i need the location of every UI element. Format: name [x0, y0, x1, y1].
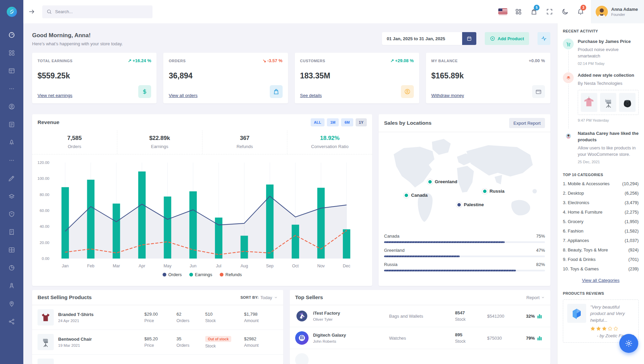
- product-name: Bentwood Chair: [58, 337, 144, 342]
- activity-item[interactable]: Added new style collection By Nesta Tech…: [563, 72, 639, 122]
- map-marker-palestine[interactable]: Palestine: [457, 202, 484, 207]
- language-button[interactable]: [495, 0, 510, 23]
- category-row[interactable]: 8. Beauty, Toys & More(924): [563, 247, 639, 252]
- category-row[interactable]: 6. Fashion(1,582): [563, 228, 639, 234]
- cart-badge: 5: [534, 5, 540, 10]
- sidebar-item-rocket[interactable]: [0, 134, 23, 151]
- shopping-bag-icon: [270, 85, 283, 98]
- table-row[interactable]: iTest Factory Oliver Tyler Bags and Wall…: [290, 305, 550, 327]
- activity-item[interactable]: Natasha Carey have liked the products Al…: [563, 130, 639, 164]
- notifications-button[interactable]: 3: [573, 0, 588, 23]
- sidebar-item-account[interactable]: [0, 98, 23, 116]
- table-row[interactable]: Branded T-Shirts 24 Apr 2021 $29.00Price…: [32, 305, 283, 330]
- see-details-link[interactable]: See details: [300, 93, 322, 98]
- calendar-button[interactable]: [462, 32, 476, 45]
- sidebar-toggle-button[interactable]: [23, 0, 40, 23]
- category-row[interactable]: 4. Home & Furniture(2,275): [563, 210, 639, 215]
- range-all-button[interactable]: ALL: [311, 118, 325, 126]
- date-range-input[interactable]: [382, 32, 462, 45]
- cart-icon: [563, 39, 574, 49]
- card-orders: ORDERS ↘-3.57 % 36,894 View all orders: [163, 53, 288, 103]
- thumb-chair[interactable]: [600, 93, 617, 112]
- sidebar-item-shield[interactable]: [0, 205, 23, 223]
- stat-value: $165.89k: [431, 71, 545, 80]
- legend-refunds[interactable]: Refunds: [220, 272, 242, 277]
- card-customers: CUSTOMERS ↗+29.08 % 183.35M See details: [295, 53, 419, 103]
- best-selling-panel: Best Selling Products SORT BY: Today Bra…: [32, 290, 283, 364]
- withdraw-money-link[interactable]: Withdraw money: [431, 93, 464, 98]
- sidebar-item-tables[interactable]: [0, 241, 23, 259]
- sidebar-item-invoices[interactable]: [0, 116, 23, 134]
- table-row[interactable]: Bentwood Chair 19 Mar 2021 $85.20Price 3…: [32, 330, 283, 355]
- export-report-button[interactable]: Export Report: [509, 118, 545, 128]
- rating-stars: [590, 326, 634, 331]
- sidebar-item-apps[interactable]: [0, 44, 23, 62]
- svg-text:Jul: Jul: [216, 264, 221, 268]
- map-marker-canada[interactable]: Canada: [405, 193, 428, 198]
- sidebar-item-charts[interactable]: [0, 259, 23, 277]
- sidebar-item-more-2[interactable]: [0, 151, 23, 169]
- product-image: [38, 359, 54, 364]
- brand-logo[interactable]: [0, 0, 23, 23]
- user-menu[interactable]: Anna Adame Founder: [591, 0, 644, 23]
- search-box: [42, 5, 152, 18]
- world-map[interactable]: Greenland Canada Russia Palestine: [381, 135, 548, 229]
- category-row[interactable]: 3. Electronics(3,479): [563, 200, 639, 205]
- sidebar-item-more-1[interactable]: [0, 80, 23, 98]
- product-name: Branded T-Shirts: [58, 312, 144, 317]
- legend-orders[interactable]: Orders: [163, 272, 182, 277]
- sidebar-item-dashboards[interactable]: [0, 26, 23, 44]
- sidebar-item-layers[interactable]: [0, 187, 23, 205]
- map-marker-greenland[interactable]: Greenland: [428, 179, 457, 184]
- category-row[interactable]: 10. Toys & Games(239): [563, 266, 639, 271]
- best-selling-title: Best Selling Products: [38, 294, 92, 300]
- chart-legend: Orders Earnings Refunds: [32, 270, 372, 277]
- map-marker-russia[interactable]: Russia: [483, 189, 504, 194]
- layout-icon: [8, 67, 15, 74]
- view-net-earnings-link[interactable]: View net earnings: [38, 93, 72, 98]
- search-input[interactable]: [42, 5, 152, 18]
- seller-amount: $541200: [487, 314, 526, 319]
- sidebar-item-maps[interactable]: [0, 295, 23, 313]
- sidebar-item-share[interactable]: [0, 313, 23, 331]
- legend-earnings[interactable]: Earnings: [189, 272, 212, 277]
- view-all-categories-link[interactable]: View all Categories: [582, 278, 619, 283]
- top-categories-title: TOP 10 CATEGORIES: [563, 173, 639, 177]
- range-1y-button[interactable]: 1Y: [356, 118, 367, 126]
- table-row-partial[interactable]: [32, 355, 283, 364]
- view-all-orders-link[interactable]: View all orders: [169, 93, 197, 98]
- seller-person: Oliver Tyler: [313, 317, 389, 321]
- settings-fab-button[interactable]: [619, 334, 638, 353]
- wallet-icon: [532, 85, 545, 98]
- cart-button[interactable]: 5: [526, 0, 542, 23]
- category-row[interactable]: 5. Grocery(1,950): [563, 219, 639, 224]
- web-apps-button[interactable]: [510, 0, 526, 23]
- stat-delta: ↗+29.08 %: [390, 58, 414, 63]
- category-row[interactable]: 1. Mobile & Accessories(10,294): [563, 181, 639, 186]
- pulse-icon: [541, 35, 547, 42]
- seller-company: Digitech Galaxy: [313, 333, 389, 338]
- activity-item[interactable]: Purchase by James Price Product noise ev…: [563, 39, 639, 66]
- thumb-bag[interactable]: [619, 93, 636, 112]
- fullscreen-button[interactable]: [542, 0, 557, 23]
- category-row[interactable]: 7. Appliances(1,037): [563, 238, 639, 243]
- report-dropdown[interactable]: Report: [526, 295, 545, 300]
- table-row-partial[interactable]: [290, 349, 550, 364]
- table-row[interactable]: Digitech Galaxy John Roberts Watches 895…: [290, 327, 550, 349]
- category-row[interactable]: 2. Desktop(6,256): [563, 191, 639, 196]
- sidebar-item-billing[interactable]: [0, 223, 23, 241]
- sort-by-dropdown[interactable]: SORT BY: Today: [240, 295, 278, 300]
- seller-percent: 32%: [526, 314, 542, 319]
- sidebar-item-drafting[interactable]: [0, 277, 23, 295]
- gear-icon: [625, 339, 633, 347]
- locations-title: Sales by Locations: [384, 120, 431, 126]
- range-1m-button[interactable]: 1M: [327, 118, 339, 126]
- sidebar-item-layouts[interactable]: [0, 62, 23, 80]
- range-6m-button[interactable]: 6M: [341, 118, 353, 126]
- dark-mode-button[interactable]: [557, 0, 573, 23]
- activity-pulse-button[interactable]: [538, 32, 550, 45]
- add-product-button[interactable]: Add Product: [485, 32, 529, 45]
- sidebar-item-design-tools[interactable]: [0, 169, 23, 187]
- category-row[interactable]: 9. Food & Drinks(701): [563, 257, 639, 262]
- thumb-sweater[interactable]: [581, 93, 597, 112]
